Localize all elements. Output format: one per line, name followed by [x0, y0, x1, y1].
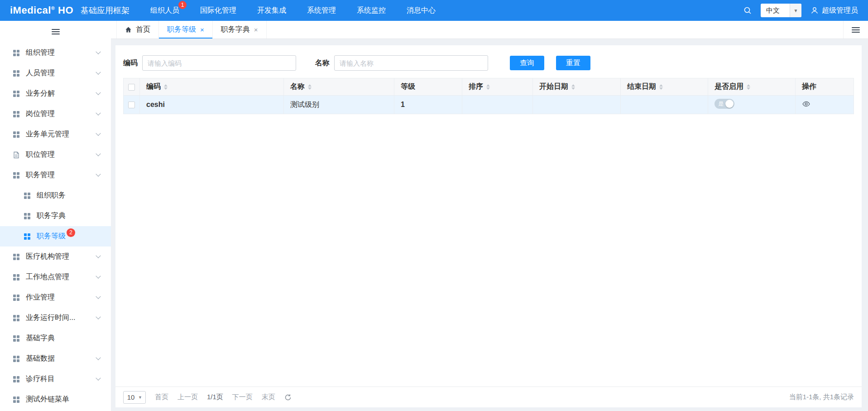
- code-filter-label: 编码: [123, 58, 138, 68]
- sidebar-item-basic-dictionary[interactable]: 基础字典: [0, 328, 111, 348]
- sidebar-item-medical-institution[interactable]: 医疗机构管理: [0, 247, 111, 267]
- column-header-code[interactable]: 编码: [140, 78, 284, 96]
- chevron-down-icon: ▼: [790, 4, 801, 17]
- view-icon[interactable]: [802, 100, 810, 108]
- tab-duty-level[interactable]: 职务等级 ×: [159, 21, 213, 39]
- grid-icon: [13, 294, 20, 301]
- sidebar-item-post-management[interactable]: 岗位管理: [0, 104, 111, 124]
- sidebar-item-label: 业务单元管理: [26, 130, 69, 139]
- sidebar-item-label: 诊疗科目: [26, 374, 55, 384]
- chevron-down-icon: ▼: [138, 395, 145, 400]
- topnav-item-system-monitor[interactable]: 系统监控: [357, 4, 386, 17]
- grid-icon: [13, 253, 20, 261]
- column-header-actions: 操作: [796, 78, 854, 96]
- language-select[interactable]: 中文 ▼: [761, 4, 801, 17]
- enabled-toggle[interactable]: 是: [715, 99, 734, 109]
- page-size-value: 10: [124, 393, 138, 401]
- close-icon[interactable]: ×: [254, 26, 258, 33]
- table-header-row: 编码 名称 等级 排序 开始日期 结束日期 是否启用 操作: [124, 78, 854, 96]
- sidebar-item-label: 组织职务: [37, 191, 66, 200]
- column-header-enabled[interactable]: 是否启用: [708, 78, 796, 96]
- search-button[interactable]: 查询: [510, 56, 544, 70]
- topnav-item-i18n[interactable]: 国际化管理: [200, 4, 236, 17]
- grid-icon: [13, 70, 20, 77]
- reset-button[interactable]: 重置: [556, 56, 590, 70]
- topnav-label: 系统管理: [307, 6, 336, 14]
- sidebar-item-label: 作业管理: [26, 293, 55, 302]
- chevron-down-icon: [96, 131, 101, 135]
- sidebar-item-business-decomposition[interactable]: 业务分解: [0, 83, 111, 104]
- tab-home[interactable]: 首页: [116, 21, 159, 39]
- refresh-icon[interactable]: [284, 394, 292, 401]
- record-summary: 当前1-1条, 共1条记录: [789, 393, 854, 401]
- sidebar-item-basic-data[interactable]: 基础数据: [0, 348, 111, 369]
- last-page-button[interactable]: 末页: [262, 393, 275, 401]
- notification-badge: 1: [178, 1, 187, 9]
- tab-menu-icon[interactable]: [843, 21, 868, 39]
- column-header-start-date[interactable]: 开始日期: [533, 78, 621, 96]
- next-page-button[interactable]: 下一页: [232, 393, 253, 401]
- sort-icon[interactable]: [308, 84, 312, 90]
- grid-icon: [13, 335, 20, 342]
- column-header-end-date[interactable]: 结束日期: [621, 78, 708, 96]
- sidebar-item-position-management[interactable]: 职位管理: [0, 145, 111, 165]
- column-header-name[interactable]: 名称: [284, 78, 394, 96]
- topnav-item-dev-integration[interactable]: 开发集成: [257, 4, 286, 17]
- grid-icon: [13, 355, 20, 363]
- sidebar-item-org-management[interactable]: 组织管理: [0, 43, 111, 63]
- current-page-indicator: 1/1页: [207, 393, 223, 401]
- select-all-checkbox[interactable]: [128, 84, 135, 91]
- user-name: 超级管理员: [822, 6, 858, 15]
- chevron-down-icon: [96, 375, 101, 380]
- sidebar-item-org-duty[interactable]: 组织职务: [0, 185, 111, 206]
- topnav-label: 国际化管理: [200, 6, 236, 14]
- row-checkbox-cell: [124, 96, 140, 114]
- topnav-item-message-center[interactable]: 消息中心: [407, 4, 436, 17]
- search-icon[interactable]: [743, 6, 752, 15]
- column-header-sort[interactable]: 排序: [462, 78, 533, 96]
- sidebar-item-test-external-link[interactable]: 测试外链菜单: [0, 389, 111, 410]
- grid-icon: [13, 274, 20, 281]
- toggle-knob: [725, 100, 734, 108]
- sidebar-collapse-icon[interactable]: [52, 29, 60, 34]
- row-checkbox[interactable]: [128, 102, 135, 108]
- sort-icon[interactable]: [571, 84, 575, 90]
- topnav-item-system-management[interactable]: 系统管理: [307, 4, 336, 17]
- sidebar-item-job-management[interactable]: 作业管理: [0, 287, 111, 308]
- cell-enabled: 是: [708, 96, 796, 114]
- sidebar-item-diagnosis-subject[interactable]: 诊疗科目: [0, 369, 111, 389]
- pagination-bar: 10 ▼ 首页 上一页 1/1页 下一页 末页 当前1-1条, 共1条记录: [115, 387, 862, 407]
- sidebar-item-duty-dictionary[interactable]: 职务字典: [0, 206, 111, 226]
- language-value: 中文: [761, 6, 790, 15]
- sidebar-item-personnel[interactable]: 人员管理: [0, 63, 111, 83]
- grid-icon: [13, 90, 20, 97]
- first-page-button[interactable]: 首页: [155, 393, 168, 401]
- cell-end-date: [621, 96, 708, 114]
- tab-duty-dictionary[interactable]: 职务字典 ×: [213, 21, 267, 39]
- sidebar-item-business-runtime[interactable]: 业务运行时间...: [0, 308, 111, 328]
- sort-icon[interactable]: [659, 84, 663, 90]
- sidebar-item-duty-management[interactable]: 职务管理: [0, 165, 111, 185]
- topnav-item-org-people[interactable]: 组织人员 1: [150, 4, 179, 17]
- sidebar-item-duty-level[interactable]: 职务等级 2: [0, 226, 111, 247]
- code-filter-input[interactable]: [142, 55, 296, 71]
- topnav-label: 系统监控: [357, 6, 386, 14]
- sort-icon[interactable]: [486, 84, 490, 90]
- prev-page-button[interactable]: 上一页: [177, 393, 198, 401]
- sidebar-item-label: 人员管理: [26, 68, 55, 78]
- chevron-down-icon: [96, 171, 101, 176]
- topnav-label: 组织人员: [150, 6, 179, 14]
- top-navigation: 组织人员 1 国际化管理 开发集成 系统管理 系统监控 消息中心: [150, 4, 436, 17]
- user-menu[interactable]: 超级管理员: [810, 6, 858, 15]
- page-size-select[interactable]: 10 ▼: [123, 391, 146, 404]
- column-header-level[interactable]: 等级: [394, 78, 462, 96]
- name-filter-input[interactable]: [334, 55, 488, 71]
- sidebar-item-business-unit[interactable]: 业务单元管理: [0, 124, 111, 145]
- sort-icon[interactable]: [164, 84, 168, 90]
- topnav-label: 消息中心: [407, 6, 436, 14]
- grid-icon: [24, 233, 31, 240]
- close-icon[interactable]: ×: [200, 26, 204, 33]
- notification-badge: 2: [67, 228, 75, 237]
- sidebar-item-workplace-management[interactable]: 工作地点管理: [0, 267, 111, 287]
- sort-icon[interactable]: [747, 84, 750, 90]
